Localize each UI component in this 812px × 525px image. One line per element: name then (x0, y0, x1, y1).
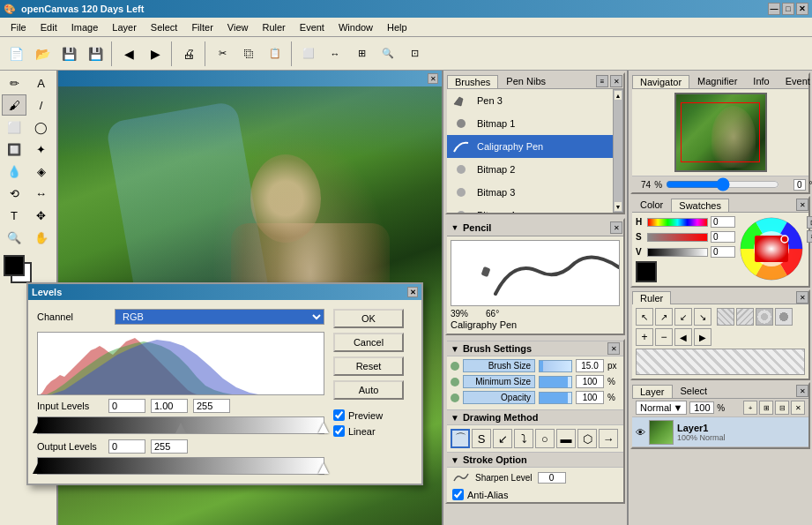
close-button[interactable]: ✕ (796, 3, 808, 15)
minimize-button[interactable]: — (768, 3, 780, 15)
tool-text[interactable]: T (2, 205, 26, 226)
opacity-track[interactable] (539, 392, 572, 404)
output-handle-right[interactable] (318, 463, 329, 474)
min-size-track[interactable] (539, 376, 572, 388)
ruler-btn-nw[interactable]: ↖ (636, 308, 653, 326)
levels-close[interactable]: ✕ (407, 287, 418, 297)
brush-bitmap4[interactable]: Bitmap 4 (447, 204, 613, 213)
min-size-value[interactable]: 100 (576, 375, 604, 388)
ruler-btn-next[interactable]: ▶ (694, 328, 711, 346)
pencil-chevron[interactable]: ▼ (449, 221, 461, 234)
output-max[interactable] (151, 439, 188, 454)
tool-hand[interactable]: ✋ (29, 227, 54, 248)
toolbar-copy[interactable]: ⿻ (236, 41, 261, 66)
layer-delete-button[interactable]: ✕ (791, 401, 805, 415)
tab-brushes[interactable]: Brushes (447, 75, 498, 88)
h-value[interactable] (711, 216, 735, 228)
s-track[interactable] (647, 233, 708, 242)
scroll-up[interactable]: ▲ (614, 90, 622, 101)
menu-view[interactable]: View (220, 20, 256, 34)
method-arrow[interactable]: → (599, 429, 618, 448)
menu-layer[interactable]: Layer (105, 20, 144, 34)
brush-size-value[interactable]: 15.0 (576, 359, 604, 372)
tool-smudge[interactable]: ⟲ (2, 183, 26, 204)
zoom-slider[interactable] (666, 180, 779, 189)
menu-ruler[interactable]: Ruler (256, 20, 293, 34)
tab-ruler[interactable]: Ruler (632, 291, 671, 304)
cancel-button[interactable]: Cancel (333, 333, 404, 352)
toolbar-new[interactable]: 📄 (4, 41, 28, 66)
s-value[interactable] (711, 231, 735, 243)
toolbar-redo[interactable]: ▶ (143, 41, 168, 66)
v-track[interactable] (647, 248, 708, 257)
ruler-close[interactable]: ✕ (796, 291, 808, 304)
output-slider[interactable] (37, 457, 324, 475)
method-circle[interactable]: ○ (535, 429, 555, 448)
tool-magic-wand[interactable]: 🔲 (2, 139, 26, 160)
canvas-close[interactable]: ✕ (428, 73, 438, 84)
ruler-pattern-2[interactable] (736, 308, 754, 326)
tab-swatches[interactable]: Swatches (671, 199, 729, 212)
tab-select[interactable]: Select (673, 384, 716, 398)
toolbar-resize[interactable]: ↔ (323, 41, 347, 66)
method-curve[interactable]: ⌒ (451, 429, 470, 448)
scroll-thumb[interactable] (614, 101, 622, 201)
method-hexagon[interactable]: ⬡ (577, 429, 597, 448)
layer-options-button[interactable]: ⊞ (759, 401, 773, 415)
brush-pen3[interactable]: Pen 3 (447, 89, 613, 112)
tool-move[interactable]: ✥ (29, 205, 54, 226)
tool-airbrush[interactable]: A (29, 72, 54, 94)
ruler-btn-plus[interactable]: + (636, 328, 653, 346)
maximize-button[interactable]: □ (782, 3, 794, 15)
menu-file[interactable]: File (4, 20, 34, 34)
tool-rect-select[interactable]: ⬜ (2, 116, 26, 138)
stroke-option-header[interactable]: ▼ Stroke Option (447, 452, 623, 468)
input-handle-mid[interactable] (175, 423, 186, 433)
preview-checkbox[interactable] (333, 409, 345, 421)
menu-event[interactable]: Event (293, 20, 332, 34)
brush-settings-close[interactable]: ✕ (607, 342, 620, 355)
method-diagonal[interactable]: ↙ (493, 429, 512, 448)
brush-bitmap2[interactable]: Bitmap 2 (447, 158, 613, 181)
brush-bitmap1[interactable]: Bitmap 1 (447, 112, 613, 135)
brush-size-track[interactable] (539, 360, 572, 372)
linear-checkbox[interactable] (333, 425, 345, 437)
tab-event[interactable]: Event (778, 74, 812, 88)
ruler-btn-se[interactable]: ↘ (694, 308, 711, 326)
toolbar-paste[interactable]: 📋 (263, 41, 287, 66)
menu-filter[interactable]: Filter (184, 20, 220, 34)
channel-select[interactable]: RGB Red Green Blue (115, 309, 324, 325)
input-max[interactable] (193, 399, 230, 413)
ruler-pattern-4[interactable] (775, 308, 793, 326)
tab-color[interactable]: Color (632, 198, 671, 212)
brush-bitmap3[interactable]: Bitmap 3 (447, 181, 613, 204)
tool-gradient[interactable]: ◈ (29, 161, 54, 182)
v-value[interactable] (711, 246, 735, 258)
toolbar-zoom-fit[interactable]: 🔍 (376, 41, 400, 66)
reset-button[interactable]: Reset (333, 356, 404, 376)
output-min[interactable] (108, 439, 145, 454)
tab-pen-nibs[interactable]: Pen Nibs (498, 74, 554, 88)
input-min[interactable] (108, 399, 145, 413)
ruler-btn-sw[interactable]: ↙ (674, 308, 692, 326)
foreground-color[interactable] (4, 255, 25, 276)
layer-panel-close[interactable]: ✕ (796, 385, 808, 397)
pencil-close[interactable]: ✕ (610, 221, 622, 234)
toolbar-save-as[interactable]: 💾 (83, 41, 108, 66)
brush-caligraphy-pen[interactable]: Caligraphy Pen (447, 135, 613, 158)
menu-help[interactable]: Help (380, 20, 414, 34)
ruler-btn-minus[interactable]: − (655, 328, 673, 346)
color-wheel-container[interactable]: ⊡ ≡ (739, 216, 805, 282)
toolbar-zoom-1[interactable]: ⊡ (402, 41, 427, 66)
input-slider[interactable] (37, 416, 324, 434)
layer-item[interactable]: 👁 Layer1 100% Normal (632, 417, 808, 447)
input-handle-left[interactable] (33, 423, 43, 433)
toolbar-crop[interactable]: ⊞ (349, 41, 374, 66)
brushes-scrollbar[interactable]: ▲ ▼ (613, 89, 623, 213)
menu-window[interactable]: Window (332, 20, 380, 34)
layer-add-button[interactable]: + (743, 401, 757, 415)
output-handle-left[interactable] (33, 463, 43, 474)
color-panel-close[interactable]: ✕ (796, 199, 808, 211)
method-rectangle[interactable]: ▬ (556, 429, 576, 448)
auto-button[interactable]: Auto (333, 380, 404, 400)
